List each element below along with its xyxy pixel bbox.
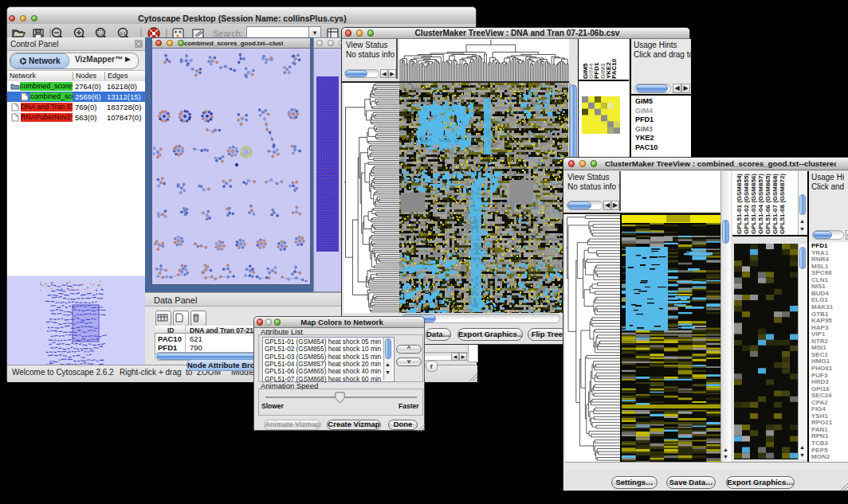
svg-text:1:1: 1:1 bbox=[120, 31, 126, 36]
